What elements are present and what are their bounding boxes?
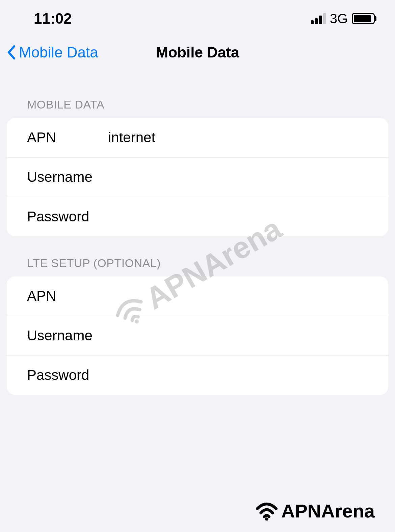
apn-input[interactable] bbox=[108, 129, 368, 146]
lte-username-label: Username bbox=[27, 328, 108, 344]
lte-username-input[interactable] bbox=[108, 328, 368, 344]
chevron-left-icon bbox=[7, 45, 16, 60]
watermark-bottom: APNArena bbox=[255, 500, 375, 522]
row-lte-username[interactable]: Username bbox=[7, 316, 388, 356]
battery-icon bbox=[352, 13, 375, 24]
row-lte-password[interactable]: Password bbox=[7, 356, 388, 395]
group-mobile-data: APN Username Password bbox=[7, 118, 388, 236]
username-input[interactable] bbox=[108, 169, 368, 185]
group-lte-setup: APN Username Password bbox=[7, 276, 388, 395]
row-lte-apn[interactable]: APN bbox=[7, 276, 388, 316]
status-bar: 11:02 3G bbox=[0, 0, 395, 34]
lte-password-input[interactable] bbox=[108, 367, 368, 383]
back-button[interactable]: Mobile Data bbox=[7, 44, 98, 61]
lte-apn-input[interactable] bbox=[108, 288, 368, 304]
section-header-lte-setup: LTE SETUP (OPTIONAL) bbox=[0, 236, 395, 276]
row-apn[interactable]: APN bbox=[7, 118, 388, 158]
navigation-bar: Mobile Data Mobile Data bbox=[0, 34, 395, 78]
section-header-mobile-data: MOBILE DATA bbox=[0, 78, 395, 118]
status-time: 11:02 bbox=[34, 10, 72, 27]
username-label: Username bbox=[27, 169, 108, 185]
password-input[interactable] bbox=[108, 209, 368, 225]
cellular-signal-icon bbox=[311, 13, 326, 24]
watermark-text: APNArena bbox=[281, 500, 375, 522]
lte-password-label: Password bbox=[27, 367, 108, 383]
svg-point-1 bbox=[265, 517, 268, 520]
network-type-label: 3G bbox=[330, 11, 348, 26]
status-right: 3G bbox=[311, 11, 375, 26]
row-username[interactable]: Username bbox=[7, 158, 388, 197]
wifi-icon bbox=[255, 502, 279, 521]
back-label: Mobile Data bbox=[19, 44, 98, 61]
page-title: Mobile Data bbox=[156, 44, 239, 61]
lte-apn-label: APN bbox=[27, 288, 108, 304]
row-password[interactable]: Password bbox=[7, 197, 388, 236]
password-label: Password bbox=[27, 209, 108, 225]
apn-label: APN bbox=[27, 129, 108, 146]
